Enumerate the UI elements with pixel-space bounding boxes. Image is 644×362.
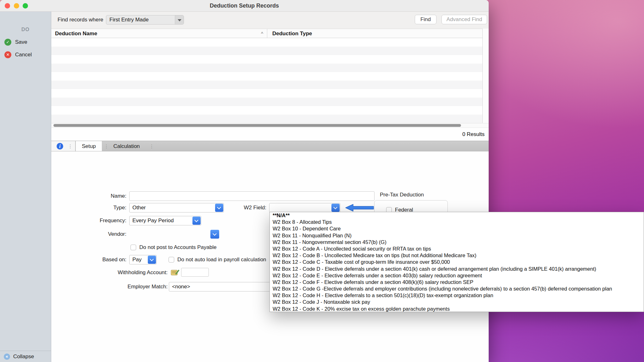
advanced-find-button[interactable]: Advanced Find [441,15,487,24]
frequency-value: Every Pay Period [132,218,174,223]
vendor-label: Vendor: [75,229,126,239]
type-value: Other [132,205,146,211]
frequency-label: Frequency: [75,216,126,225]
type-label: Type: [75,203,126,212]
chevron-down-icon [178,19,181,21]
frequency-dropdown-button[interactable] [192,217,201,225]
w2-field-option[interactable]: W2 Box 11 - Nonqualified Plan (N) [270,232,644,239]
desktop-background: Deduction Setup Records DO ✓ Save ✕ Canc… [0,0,644,362]
cancel-x-icon: ✕ [4,51,11,58]
chevron-down-icon [194,218,198,222]
w2-field-option[interactable]: W2 Box 12 - Code D - Elective deferrals … [270,266,644,272]
close-window-button[interactable] [5,3,10,8]
cancel-button[interactable]: ✕ Cancel [0,51,51,59]
tab-setup[interactable]: Setup [75,141,102,151]
chevron-down-icon [333,205,337,209]
employer-match-label: Employer Match: [104,282,168,291]
drag-dots-icon[interactable]: ⋮ [104,141,109,151]
name-input[interactable] [129,191,375,201]
deduction-table-header: Deduction Name ^ Deduction Type [51,29,489,38]
collapse-label: Collapse [13,351,34,362]
no-post-ap-checkbox[interactable] [130,245,136,250]
sidebar: DO ✓ Save ✕ Cancel « Collapse [0,12,51,362]
column-divider[interactable] [267,29,267,38]
chevron-down-icon [150,257,154,261]
w2-field-dropdown-button[interactable] [331,204,340,212]
w2-field-option[interactable]: W2 Box 12 - Code J - Nontaxable sick pay [270,299,644,305]
w2-field-option[interactable]: W2 Box 10 - Dependent Care [270,225,644,232]
employer-match-value: <none> [172,284,190,290]
detail-tab-bar: i ⋮ Setup ⋮ Calculation ⋮ [51,141,489,151]
w2-field-option[interactable]: W2 Box 12 - Code B - Uncollected Medicar… [270,252,644,259]
w2-field-option[interactable]: W2 Box 12 - Code A - Uncollected social … [270,246,644,252]
based-on-dropdown-button[interactable] [148,256,156,264]
w2-field-option[interactable]: W2 Box 11 - Nongovernmental section 457(… [270,239,644,246]
info-segment: i ⋮ [51,141,75,151]
table-vertical-scrollbar-area[interactable] [482,29,489,123]
collapse-sidebar-button[interactable]: « Collapse [0,351,51,362]
window-title: Deduction Setup Records [0,0,489,12]
find-button[interactable]: Find [415,15,436,24]
save-button[interactable]: ✓ Save [0,38,51,46]
save-button-label: Save [15,38,27,46]
deduction-table-body[interactable] [51,38,489,123]
sidebar-header: DO [0,27,51,32]
find-records-where-label: Find records where [58,15,103,25]
annotation-arrow-icon [345,203,375,212]
window-titlebar[interactable]: Deduction Setup Records [0,0,489,12]
find-filter-dropdown[interactable]: First Entry Made [106,15,184,25]
w2-field-option[interactable]: W2 Box 8 - Allocated Tips [270,219,644,225]
w2-field-option[interactable]: W2 Box 12 - Code E - Elective deferrals … [270,272,644,279]
info-icon[interactable]: i [57,143,63,150]
frequency-select[interactable]: Every Pay Period [129,216,201,225]
based-on-value: Pay [132,257,142,263]
withholding-account-label: Withholding Account: [104,268,168,277]
drag-dots-icon[interactable]: ⋮ [149,141,154,151]
w2-field-label: W2 Field: [233,203,266,212]
w2-field-option[interactable]: W2 Box 12 - Code F - Elective deferrals … [270,279,644,286]
sort-ascending-indicator[interactable]: ^ [261,29,263,38]
save-check-icon: ✓ [4,39,11,46]
type-select[interactable]: Other [129,203,224,212]
find-filter-value: First Entry Made [109,17,149,23]
w2-field-option[interactable]: W2 Box 12 - Code G -Elective deferrals a… [270,286,644,292]
name-label: Name: [75,191,126,201]
w2-field-option[interactable]: W2 Box 12 - Code K - 20% excise tax on e… [270,306,644,312]
pretax-deduction-label: Pre-Tax Deduction [380,190,449,200]
no-post-ap-label: Do not post to Accounts Payable [139,243,271,252]
chevron-down-icon [213,232,217,236]
horizontal-scrollbar-thumb[interactable] [53,124,461,127]
dropdown-cap [175,15,184,24]
cancel-button-label: Cancel [15,51,32,59]
drag-dots-icon[interactable]: ⋮ [68,141,73,151]
employer-match-select[interactable]: <none> [169,282,284,291]
tab-calculation[interactable]: Calculation [110,141,143,151]
vendor-dropdown-button[interactable] [210,230,219,239]
column-header-deduction-type[interactable]: Deduction Type [272,29,312,38]
column-header-deduction-name[interactable]: Deduction Name [55,29,97,38]
withholding-account-input[interactable] [181,268,209,277]
based-on-label: Based on: [75,255,126,264]
find-bar: Find records where First Entry Made Find… [51,12,489,29]
no-autoload-checkbox[interactable] [169,257,174,263]
w2-field-option[interactable]: W2 Box 12 - Code C - Taxable cost of gro… [270,259,644,265]
chevron-down-icon [217,205,221,209]
collapse-chevron-icon: « [4,354,10,360]
based-on-select[interactable]: Pay [129,255,157,264]
type-dropdown-button[interactable] [215,204,223,212]
minimize-window-button[interactable] [14,3,19,8]
w2-field-option[interactable]: **N/A** [270,212,644,219]
account-ledger-icon[interactable] [171,269,179,276]
w2-field-select[interactable] [269,203,340,212]
w2-field-dropdown-list: **N/A**W2 Box 8 - Allocated TipsW2 Box 1… [269,212,644,312]
w2-field-option[interactable]: W2 Box 12 - Code H - Elective deferrals … [270,292,644,299]
results-count: 0 Results [462,131,485,138]
zoom-window-button[interactable] [23,3,28,8]
table-horizontal-scrollbar[interactable] [51,123,489,128]
